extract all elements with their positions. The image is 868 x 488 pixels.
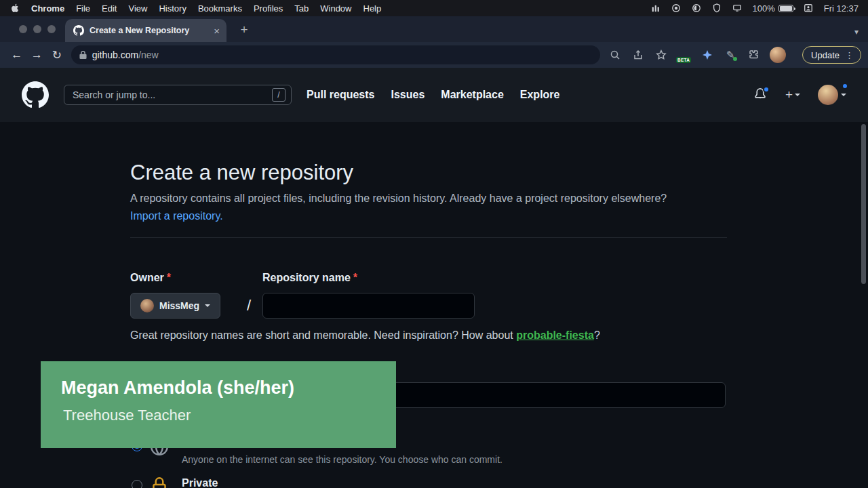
menu-item-chrome[interactable]: Chrome [31, 3, 64, 14]
nav-explore[interactable]: Explore [520, 89, 560, 101]
tab-search-chevron-icon[interactable]: ▾ [854, 27, 859, 37]
menu-item-bookmarks[interactable]: Bookmarks [198, 3, 242, 14]
avatar-notification-dot [842, 83, 848, 89]
lock-icon [151, 477, 168, 488]
menu-item-tab[interactable]: Tab [294, 3, 309, 14]
user-menu[interactable] [818, 85, 846, 105]
status-bars-icon[interactable] [650, 3, 660, 13]
macos-menubar: Chrome File Edit View History Bookmarks … [0, 0, 868, 16]
owner-repo-separator: / [247, 293, 251, 319]
menu-item-edit[interactable]: Edit [102, 3, 117, 14]
menu-item-file[interactable]: File [76, 3, 90, 14]
private-radio[interactable] [132, 480, 142, 488]
intro-text: A repository contains all project files,… [130, 192, 667, 204]
owner-value: MissMeg [159, 300, 199, 311]
plus-icon: + [785, 87, 793, 102]
page-title: Create a new repository [130, 161, 353, 185]
import-repository-link[interactable]: Import a repository. [130, 210, 223, 222]
bookmark-star-icon[interactable] [654, 48, 668, 62]
intro-paragraph: A repository contains all project files,… [130, 190, 686, 225]
notification-dot [763, 86, 770, 93]
battery-indicator[interactable]: 100% [752, 3, 793, 14]
browser-toolbar: ← → ↻ github.com/new BETA ✎ Update [0, 42, 868, 68]
toolbar-actions: BETA ✎ Update ⋮ [608, 46, 861, 64]
browser-tab[interactable]: Create a New Repository × [65, 19, 226, 42]
caption-overlay: Megan Amendola (she/her) Treehouse Teach… [41, 361, 396, 448]
close-tab-icon[interactable]: × [214, 25, 220, 37]
search-shortcut-key: / [272, 88, 285, 102]
battery-percent-label: 100% [752, 3, 774, 14]
github-favicon [73, 25, 84, 36]
page-scrollbar[interactable] [861, 124, 866, 284]
url-host: github.com [92, 49, 138, 60]
divider [130, 237, 727, 238]
https-lock-icon [79, 51, 87, 60]
public-description: Anyone on the internet can see this repo… [182, 454, 502, 465]
required-asterisk: * [353, 272, 357, 283]
nav-issues[interactable]: Issues [391, 89, 425, 101]
forward-button[interactable]: → [27, 48, 47, 62]
menu-item-help[interactable]: Help [363, 3, 382, 14]
edit-extension-icon[interactable]: ✎ [724, 48, 737, 62]
menubar-clock[interactable]: Fri 12:37 [824, 3, 859, 14]
nav-marketplace[interactable]: Marketplace [441, 89, 504, 101]
menu-item-profiles[interactable]: Profiles [254, 3, 283, 14]
repo-name-hint: Great repository names are short and mem… [130, 329, 600, 342]
owner-avatar [140, 299, 154, 312]
beta-extension-icon[interactable]: BETA [677, 48, 691, 62]
chevron-down-icon [795, 94, 800, 96]
status-display-icon[interactable] [732, 3, 742, 13]
github-header: / Pull requests Issues Marketplace Explo… [0, 68, 868, 122]
window-controls [19, 25, 56, 33]
update-button[interactable]: Update ⋮ [802, 46, 861, 64]
github-header-actions: + [754, 85, 846, 105]
github-nav: Pull requests Issues Marketplace Explore [307, 89, 559, 101]
minimize-window-button[interactable] [33, 25, 41, 33]
github-search-box[interactable]: / [64, 85, 292, 105]
create-new-menu[interactable]: + [785, 87, 800, 102]
apple-logo-icon[interactable] [9, 3, 20, 13]
private-label: Private [182, 477, 218, 488]
status-circle-icon[interactable] [691, 3, 701, 13]
menu-item-window[interactable]: Window [320, 3, 351, 14]
share-icon[interactable] [631, 48, 645, 62]
zoom-window-button[interactable] [47, 25, 56, 33]
nav-pull-requests[interactable]: Pull requests [307, 89, 374, 101]
suggested-name-link[interactable]: probable-fiesta [516, 329, 594, 341]
caption-role: Treehouse Teacher [63, 407, 191, 424]
chevron-down-icon [205, 304, 210, 307]
required-asterisk: * [167, 272, 171, 283]
browser-profile-avatar[interactable] [770, 47, 786, 63]
status-record-icon[interactable] [671, 3, 681, 13]
owner-select-button[interactable]: MissMeg [130, 293, 220, 319]
browser-menu-kebab-icon[interactable]: ⋮ [845, 51, 854, 60]
tab-strip: Create a New Repository × + ▾ [0, 16, 868, 42]
status-shield-icon[interactable] [711, 3, 722, 13]
repository-name-input[interactable] [262, 293, 475, 319]
menu-item-view[interactable]: View [128, 3, 147, 14]
zoom-icon[interactable] [608, 48, 622, 62]
search-input[interactable] [73, 89, 272, 100]
reload-button[interactable]: ↻ [47, 48, 67, 62]
menu-item-history[interactable]: History [159, 3, 186, 14]
chevron-down-icon [841, 94, 846, 96]
address-bar[interactable]: github.com/new [71, 45, 600, 64]
beta-badge: BETA [676, 57, 691, 63]
fast-user-switch-icon[interactable] [804, 3, 814, 13]
github-logo-icon[interactable] [22, 81, 49, 108]
battery-icon [778, 5, 793, 12]
caption-name: Megan Amendola (she/her) [61, 378, 294, 399]
url-text: github.com/new [92, 49, 159, 60]
extension-sparkle-icon[interactable] [701, 48, 714, 62]
url-path: /new [138, 49, 159, 60]
owner-label: Owner* [130, 272, 171, 284]
back-button[interactable]: ← [7, 48, 27, 62]
tab-title: Create a New Repository [90, 26, 208, 35]
extensions-puzzle-icon[interactable] [747, 48, 760, 62]
user-avatar [818, 85, 838, 105]
new-tab-button[interactable]: + [236, 22, 252, 37]
update-label: Update [811, 50, 840, 60]
close-window-button[interactable] [19, 25, 27, 33]
notifications-bell-icon[interactable] [754, 88, 768, 102]
repository-name-label: Repository name* [262, 272, 357, 284]
